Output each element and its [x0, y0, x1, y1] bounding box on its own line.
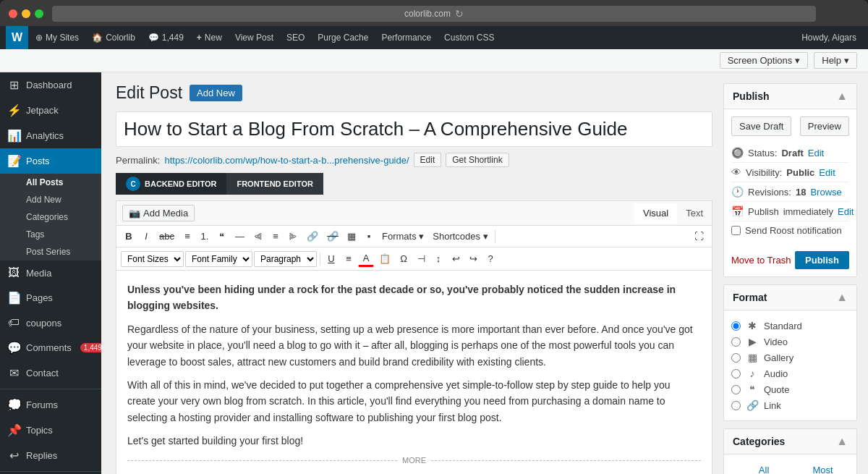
format-standard[interactable]: ✱ Standard: [731, 318, 849, 334]
font-sizes-select[interactable]: Font Sizes: [121, 251, 184, 267]
publish-metabox-header[interactable]: Publish ▲: [724, 84, 856, 109]
sidebar-item-posts[interactable]: 📝 Posts: [0, 148, 101, 174]
hr-button[interactable]: —: [231, 229, 248, 244]
new-menu[interactable]: + New: [191, 26, 228, 49]
publish-time-edit-link[interactable]: Edit: [838, 206, 854, 217]
send-roost-label[interactable]: Send Roost notification: [745, 225, 842, 236]
ordered-list-button[interactable]: 1.: [197, 229, 213, 244]
sidebar-item-forums[interactable]: 💭 Forums: [0, 392, 101, 418]
redo-button[interactable]: ↪: [465, 251, 481, 266]
most-used-tab[interactable]: Most Used: [796, 462, 849, 474]
refresh-icon[interactable]: ↻: [455, 8, 464, 20]
special-char-button[interactable]: Ω: [396, 251, 412, 266]
justify-button[interactable]: ≡: [341, 251, 357, 266]
format-standard-radio[interactable]: [731, 321, 741, 331]
frontend-editor-tab[interactable]: FRONTEND EDITOR: [226, 173, 323, 195]
sidebar-item-contact[interactable]: ✉ Contact: [0, 360, 101, 386]
add-media-button[interactable]: 📷 Add Media: [122, 205, 195, 221]
indent-left-button[interactable]: ⊣: [413, 251, 429, 266]
sidebar-item-dashboard[interactable]: ⊞ Dashboard: [0, 72, 101, 98]
format-gallery-radio[interactable]: [731, 353, 741, 363]
comments-menu[interactable]: 💬 1,449: [142, 26, 190, 49]
user-menu[interactable]: Howdy, Aigars: [796, 26, 862, 49]
format-link-radio[interactable]: [731, 401, 741, 410]
sidebar-item-tags[interactable]: Tags: [20, 226, 101, 243]
strikethrough-button[interactable]: abc: [156, 229, 178, 244]
paragraph-select[interactable]: Paragraph: [254, 251, 317, 267]
save-draft-button[interactable]: Save Draft: [731, 117, 791, 136]
purge-cache-link[interactable]: Purge Cache: [312, 26, 374, 49]
indent-right-button[interactable]: ↕: [430, 251, 446, 266]
publish-button[interactable]: Publish: [795, 251, 849, 269]
align-left-button[interactable]: ⫷: [250, 229, 266, 244]
format-audio[interactable]: ♪ Audio: [731, 365, 849, 381]
unordered-list-button[interactable]: ≡: [179, 229, 195, 244]
blockquote-button[interactable]: ❝: [214, 229, 230, 244]
screen-options-button[interactable]: Screen Options ▾: [720, 52, 809, 69]
all-categories-tab[interactable]: All Categories: [731, 462, 796, 474]
sidebar-item-jetpack[interactable]: ⚡ Jetpack: [0, 98, 101, 123]
move-to-trash-button[interactable]: Move to Trash: [731, 255, 791, 266]
send-roost-checkbox[interactable]: [731, 226, 741, 235]
wp-icon-button[interactable]: W: [6, 26, 28, 49]
shortcodes-dropdown[interactable]: Shortcodes ▾: [429, 229, 491, 244]
status-edit-link[interactable]: Edit: [808, 148, 824, 158]
bold-button[interactable]: B: [121, 229, 137, 244]
font-family-select[interactable]: Font Family: [185, 251, 252, 267]
insert-link-button[interactable]: 🔗: [303, 229, 322, 244]
sidebar-item-all-posts[interactable]: All Posts: [20, 174, 101, 191]
underline-button[interactable]: U: [323, 251, 339, 266]
format-quote[interactable]: ❝ Quote: [731, 381, 849, 397]
sidebar-item-categories[interactable]: Categories: [20, 208, 101, 226]
sidebar-item-topics[interactable]: 📌 Topics: [0, 418, 101, 443]
font-color-button[interactable]: A: [358, 250, 374, 267]
editor-content[interactable]: Unless you've been hiding under a rock f…: [116, 271, 712, 474]
format-link[interactable]: 🔗 Link: [731, 397, 849, 413]
preview-button[interactable]: Preview: [800, 117, 849, 136]
remove-link-button[interactable]: 🔗: [323, 229, 342, 244]
sidebar-item-media[interactable]: 🖼 Media: [0, 261, 101, 285]
sidebar-item-coupons[interactable]: 🏷 coupons: [0, 310, 101, 335]
add-new-button[interactable]: Add New: [190, 85, 242, 101]
sidebar-item-analytics[interactable]: 📊 Analytics: [0, 123, 101, 148]
help-button[interactable]: Help ▾: [814, 52, 857, 69]
fullscreen-button[interactable]: ⛶: [691, 229, 707, 244]
insert-readmore-button[interactable]: ▪: [361, 229, 377, 244]
format-audio-radio[interactable]: [731, 369, 741, 378]
minimize-button[interactable]: [22, 9, 30, 18]
sidebar-item-post-series[interactable]: Post Series: [20, 243, 101, 261]
format-quote-radio[interactable]: [731, 385, 741, 394]
sidebar-item-pages[interactable]: 📄 Pages: [0, 285, 101, 310]
visibility-edit-link[interactable]: Edit: [819, 167, 835, 178]
revisions-browse-link[interactable]: Browse: [810, 187, 841, 198]
maximize-button[interactable]: [35, 9, 43, 18]
visual-tab[interactable]: Visual: [634, 203, 677, 224]
view-post-link[interactable]: View Post: [229, 26, 279, 49]
edit-permalink-button[interactable]: Edit: [414, 153, 442, 167]
format-video[interactable]: ▶ Video: [731, 334, 849, 350]
custom-css-link[interactable]: Custom CSS: [438, 26, 500, 49]
sidebar-item-replies[interactable]: ↩ Replies: [0, 443, 101, 468]
format-video-radio[interactable]: [731, 337, 741, 347]
align-right-button[interactable]: ⫸: [285, 229, 302, 244]
text-tab[interactable]: Text: [677, 203, 712, 223]
backend-editor-tab[interactable]: C BACKEND EDITOR: [116, 173, 226, 195]
italic-button[interactable]: I: [138, 229, 154, 244]
get-shortlink-button[interactable]: Get Shortlink: [446, 153, 509, 167]
seo-link[interactable]: SEO: [281, 26, 310, 49]
formats-dropdown[interactable]: Formats ▾: [378, 229, 427, 244]
my-sites-menu[interactable]: ⊕ My Sites: [30, 26, 85, 49]
insert-table-button[interactable]: ▦: [344, 229, 359, 244]
help-toolbar-button[interactable]: ?: [482, 251, 498, 266]
sidebar-item-comments[interactable]: 💬 Comments 1,449: [0, 335, 101, 360]
permalink-url[interactable]: https://colorlib.com/wp/how-to-start-a-b…: [164, 155, 409, 166]
paste-text-button[interactable]: 📋: [375, 251, 394, 266]
format-metabox-header[interactable]: Format ▲: [724, 285, 856, 310]
colorlib-menu[interactable]: 🏠 Colorlib: [86, 26, 141, 49]
format-gallery[interactable]: ▦ Gallery: [731, 350, 849, 365]
sidebar-item-add-new[interactable]: Add New: [20, 191, 101, 208]
categories-metabox-header[interactable]: Categories ▲: [724, 429, 856, 454]
align-center-button[interactable]: ≡: [268, 229, 284, 244]
performance-link[interactable]: Performance: [375, 26, 437, 49]
post-title-input[interactable]: [116, 111, 712, 147]
